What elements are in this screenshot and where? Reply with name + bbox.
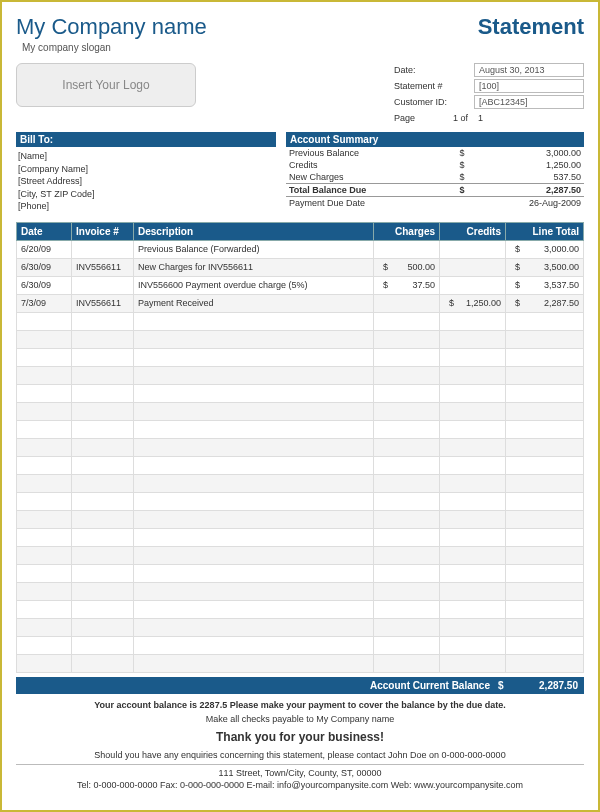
acct-row: New Charges$537.50 [286, 171, 584, 184]
table-row-empty [17, 636, 584, 654]
account-summary-header: Account Summary [286, 132, 584, 147]
billto-line: [City, ST ZIP Code] [18, 188, 274, 201]
meta-page-label: Page 1 of [394, 113, 474, 123]
table-row: 7/3/09INV556611Payment Received$1,250.00… [17, 294, 584, 312]
table-row-empty [17, 366, 584, 384]
footer-enquiries: Should you have any enquiries concerning… [16, 750, 584, 760]
acct-row: Previous Balance$3,000.00 [286, 147, 584, 159]
table-row-empty [17, 402, 584, 420]
meta-cust-label: Customer ID: [394, 97, 474, 107]
table-row-empty [17, 348, 584, 366]
table-row-empty [17, 492, 584, 510]
logo-placeholder[interactable]: Insert Your Logo [16, 63, 196, 107]
table-row-empty [17, 474, 584, 492]
table-row-empty [17, 312, 584, 330]
meta-cust-value[interactable]: [ABC12345] [474, 95, 584, 109]
col-charges: Charges [374, 222, 440, 240]
account-summary-table: Previous Balance$3,000.00 Credits$1,250.… [286, 147, 584, 209]
transactions-table: Date Invoice # Description Charges Credi… [16, 222, 584, 673]
acct-due-row: Payment Due Date26-Aug-2009 [286, 197, 584, 210]
document-title: Statement [394, 14, 584, 40]
acct-total-row: Total Balance Due$2,287.50 [286, 184, 584, 197]
meta-stmt-label: Statement # [394, 81, 474, 91]
col-linetotal: Line Total [506, 222, 584, 240]
company-slogan: My company slogan [22, 42, 207, 53]
acct-row: Credits$1,250.00 [286, 159, 584, 171]
company-name: My Company name [16, 14, 207, 40]
table-row-empty [17, 456, 584, 474]
footer-thanks: Thank you for your business! [16, 730, 584, 744]
col-description: Description [134, 222, 374, 240]
table-row-empty [17, 564, 584, 582]
table-row-empty [17, 510, 584, 528]
balance-currency: $ [498, 680, 510, 691]
balance-bar: Account Current Balance $ 2,287.50 [16, 677, 584, 694]
billto-body: [Name] [Company Name] [Street Address] [… [16, 147, 276, 216]
table-row-empty [17, 330, 584, 348]
billto-line: [Name] [18, 150, 274, 163]
footer-bold-note: Your account balance is 2287.5 Please ma… [16, 700, 584, 710]
table-row-empty [17, 438, 584, 456]
footer-address: 111 Street, Town/City, County, ST, 00000 [16, 764, 584, 778]
footer-contacts: Tel: 0-000-000-0000 Fax: 0-000-000-0000 … [16, 780, 584, 790]
table-row-empty [17, 528, 584, 546]
table-row: 6/20/09Previous Balance (Forwarded)$3,00… [17, 240, 584, 258]
balance-value: 2,287.50 [518, 680, 578, 691]
footer-pay-to: Make all checks payable to My Company na… [16, 714, 584, 724]
table-row-empty [17, 582, 584, 600]
table-row: 6/30/09INV556611New Charges for INV55661… [17, 258, 584, 276]
meta-date-label: Date: [394, 65, 474, 75]
billto-line: [Street Address] [18, 175, 274, 188]
col-credits: Credits [440, 222, 506, 240]
table-row: 6/30/09INV556600 Payment overdue charge … [17, 276, 584, 294]
table-row-empty [17, 384, 584, 402]
table-row-empty [17, 546, 584, 564]
meta-date-value[interactable]: August 30, 2013 [474, 63, 584, 77]
billto-header: Bill To: [16, 132, 276, 147]
billto-line: [Phone] [18, 200, 274, 213]
balance-label: Account Current Balance [370, 680, 490, 691]
table-row-empty [17, 600, 584, 618]
meta-page-total: 1 [474, 113, 483, 123]
meta-stmt-value[interactable]: [100] [474, 79, 584, 93]
col-invoice: Invoice # [72, 222, 134, 240]
col-date: Date [17, 222, 72, 240]
billto-line: [Company Name] [18, 163, 274, 176]
table-row-empty [17, 420, 584, 438]
table-row-empty [17, 618, 584, 636]
table-row-empty [17, 654, 584, 672]
